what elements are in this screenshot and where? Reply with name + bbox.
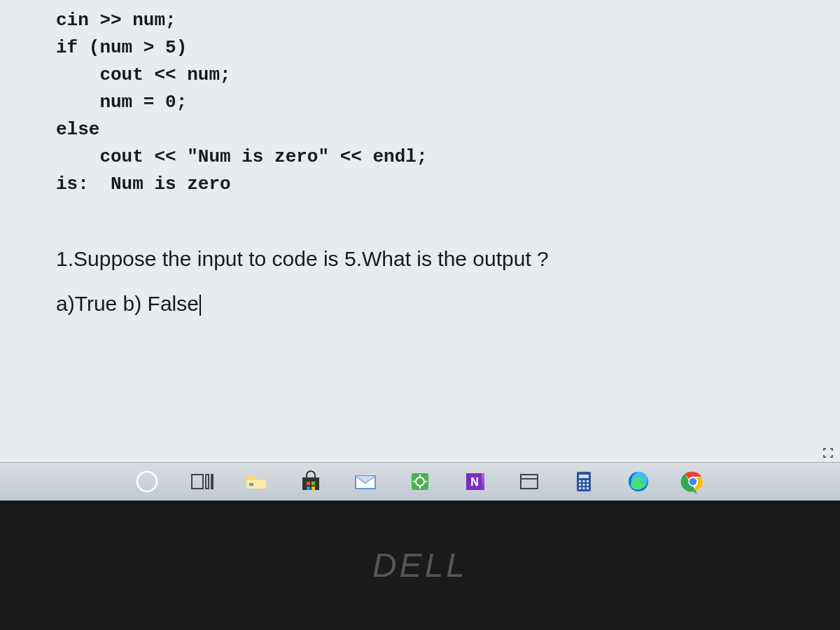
question-block: 1.Suppose the input to code is 5.What is… (56, 240, 784, 323)
window-icon[interactable] (515, 468, 543, 496)
text-cursor (200, 295, 201, 316)
code-line: else (56, 119, 99, 140)
answer-options: a)True b) False (56, 285, 784, 323)
svg-rect-25 (579, 475, 589, 478)
code-line: num = 0; (56, 92, 187, 113)
svg-rect-29 (579, 484, 581, 486)
svg-rect-5 (249, 483, 253, 486)
svg-rect-21 (482, 484, 484, 490)
svg-rect-8 (307, 486, 310, 490)
code-line: cout << "Num is zero" << endl; (56, 146, 428, 167)
question-text: 1.Suppose the input to code is 5.What is… (56, 240, 784, 278)
svg-rect-1 (192, 475, 203, 489)
svg-point-0 (137, 472, 157, 491)
svg-rect-3 (211, 475, 213, 489)
fileexplorer-icon[interactable] (242, 468, 270, 496)
svg-rect-34 (587, 487, 589, 489)
code-line: cout << num; (56, 64, 231, 85)
code-line: is: Num is zero (56, 174, 231, 195)
calculator-icon[interactable] (570, 468, 598, 496)
store-icon[interactable] (297, 468, 325, 496)
svg-text:N: N (470, 476, 479, 488)
svg-rect-26 (579, 480, 581, 482)
onenote-icon[interactable]: N (461, 468, 489, 496)
svg-rect-19 (482, 473, 484, 479)
svg-rect-20 (482, 479, 484, 484)
edge-icon[interactable] (624, 468, 652, 496)
svg-rect-6 (307, 482, 310, 485)
document-area: cin >> num; if (num > 5) cout << num; nu… (0, 0, 840, 462)
mail-icon[interactable] (351, 468, 379, 496)
svg-rect-9 (312, 486, 315, 490)
svg-rect-32 (579, 487, 581, 489)
focus-mode-icon[interactable] (822, 447, 834, 459)
taskbar: N (0, 462, 840, 500)
monitor-bezel: DELL (0, 500, 840, 630)
code-line: cin >> num; (56, 10, 176, 31)
code-block: cin >> num; if (num > 5) cout << num; nu… (56, 7, 784, 198)
dell-logo: DELL (372, 546, 468, 584)
svg-rect-27 (583, 480, 585, 482)
svg-rect-30 (583, 484, 585, 486)
svg-rect-31 (587, 484, 589, 486)
code-line: if (num > 5) (56, 37, 187, 58)
taskview-icon[interactable] (188, 468, 216, 496)
svg-rect-33 (583, 487, 585, 489)
svg-rect-2 (206, 475, 209, 489)
chrome-icon[interactable] (679, 468, 707, 496)
svg-rect-22 (521, 475, 538, 489)
cortana-icon[interactable] (133, 468, 161, 496)
settings-icon[interactable] (406, 468, 434, 496)
svg-rect-7 (312, 482, 315, 485)
svg-rect-28 (587, 480, 589, 482)
